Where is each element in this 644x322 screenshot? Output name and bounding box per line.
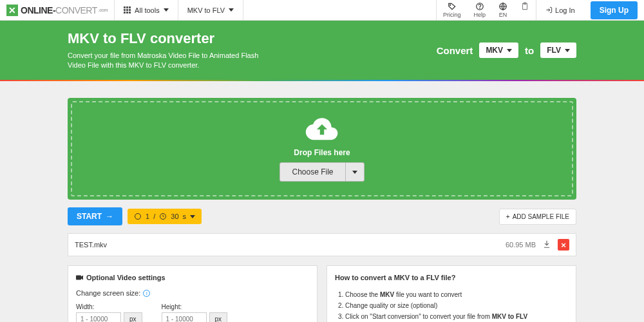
file-size: 60.95 MB (506, 241, 536, 249)
settings-title: Optional Video settings (76, 274, 309, 281)
choose-file-dropdown[interactable] (346, 163, 364, 181)
chevron-down-icon (507, 49, 512, 52)
top-header: ✕ ONLINE-CONVERT.com All tools MKV to FL… (0, 0, 644, 21)
login-label: Log In (555, 6, 575, 14)
logo-icon: ✕ (6, 5, 18, 16)
file-name: TEST.mkv (75, 241, 506, 249)
header-right: Pricing Help EN Log In Sign Up (436, 0, 644, 21)
screen-size-text: Change screen size: (76, 289, 140, 297)
clock-icon (159, 213, 167, 220)
cloud-upload-icon (305, 116, 339, 143)
credits-sep: / (153, 213, 155, 220)
chevron-down-icon (565, 49, 570, 52)
pricing-button[interactable]: Pricing (437, 0, 468, 21)
arrow-right-icon: → (106, 212, 113, 221)
dimensions: Width: px Height: px (76, 303, 309, 322)
clipboard-button[interactable] (514, 0, 536, 21)
clipboard-icon (520, 2, 529, 11)
all-tools-button[interactable]: All tools (115, 0, 178, 21)
height-label: Height: (162, 303, 228, 310)
svg-point-0 (450, 5, 450, 5)
breadcrumb-label: MKV to FLV (187, 6, 225, 14)
from-format-value: MKV (486, 46, 503, 55)
format-selector: Convert MKV to FLV (437, 43, 576, 58)
language-button[interactable]: EN (492, 0, 514, 21)
convert-label: Convert (437, 45, 473, 56)
choose-file-button[interactable]: Choose File (279, 162, 364, 182)
svg-point-6 (135, 214, 141, 220)
width-label: Width: (76, 303, 142, 310)
height-input[interactable] (162, 312, 207, 322)
all-tools-label: All tools (135, 6, 160, 14)
grid-icon (124, 6, 131, 14)
chevron-down-icon (190, 215, 195, 218)
logo-sup: .com (99, 8, 108, 12)
login-icon (545, 6, 553, 14)
logo[interactable]: ✕ ONLINE-CONVERT.com (0, 5, 114, 16)
credits-button[interactable]: 1 / 30 s (128, 209, 202, 224)
help-button[interactable]: Help (468, 0, 493, 21)
howto-panel: How to convert a MKV to a FLV file? Choo… (327, 265, 576, 322)
to-format-select[interactable]: FLV (540, 43, 576, 58)
add-sample-label: ADD SAMPLE FILE (513, 213, 569, 220)
separator (243, 0, 243, 21)
height-field: Height: px (162, 303, 228, 322)
logo-brand: ONLINE- (21, 5, 55, 15)
svg-rect-8 (76, 276, 81, 280)
from-format-select[interactable]: MKV (479, 43, 518, 58)
pricing-label: Pricing (443, 12, 461, 18)
to-format-value: FLV (547, 46, 561, 55)
signup-button[interactable]: Sign Up (591, 1, 638, 19)
howto-step: Change quality or size (optional) (345, 300, 568, 311)
help-icon (475, 2, 484, 11)
action-bar: START → 1 / 30 s + ADD SAMPLE FILE (68, 207, 576, 225)
choose-file-label: Choose File (280, 163, 345, 181)
width-input[interactable] (76, 312, 121, 322)
page-title: MKV to FLV converter (68, 30, 261, 47)
video-icon (76, 274, 84, 281)
to-label: to (525, 45, 534, 56)
signup-label: Sign Up (600, 6, 629, 15)
add-sample-button[interactable]: + ADD SAMPLE FILE (499, 209, 576, 225)
language-label: EN (499, 12, 507, 18)
chevron-down-icon (352, 171, 357, 174)
close-icon: × (561, 240, 566, 250)
drop-text: Drop Files here (294, 148, 350, 157)
download-icon (542, 240, 551, 249)
howto-step: Choose the MKV file you want to convert (345, 289, 568, 300)
clipboard-label (524, 12, 526, 18)
page-subtitle: Convert your file from Matroska Video Fi… (68, 51, 261, 71)
howto-title: How to convert a MKV to a FLV file? (335, 274, 568, 281)
svg-point-2 (480, 8, 480, 9)
breadcrumb-button[interactable]: MKV to FLV (178, 0, 243, 21)
start-label: START (77, 212, 102, 221)
credits-unit: s (183, 213, 187, 220)
start-button[interactable]: START → (68, 207, 122, 225)
globe-icon (498, 2, 507, 11)
height-unit: px (209, 312, 228, 322)
chevron-down-icon (229, 8, 234, 12)
main-container: Drop Files here Choose File START → 1 / … (68, 81, 576, 322)
credits-count: 1 (146, 213, 149, 220)
drop-zone[interactable]: Drop Files here Choose File (68, 98, 576, 200)
info-icon[interactable]: i (143, 290, 150, 297)
width-unit: px (124, 312, 142, 322)
hero-banner: MKV to FLV converter Convert your file f… (0, 21, 644, 80)
settings-panel: Optional Video settings Change screen si… (68, 265, 317, 322)
coin-icon (134, 213, 142, 220)
tag-icon (448, 2, 457, 11)
chevron-down-icon (164, 8, 169, 12)
width-field: Width: px (76, 303, 142, 322)
howto-step: Click on "Start conversion" to convert y… (345, 311, 568, 322)
download-file-button[interactable] (542, 240, 551, 250)
screen-size-label: Change screen size: i (76, 289, 309, 297)
credits-time: 30 (171, 213, 178, 220)
login-button[interactable]: Log In (536, 6, 584, 14)
hero-text: MKV to FLV converter Convert your file f… (68, 30, 261, 71)
plus-icon: + (506, 213, 510, 220)
settings-title-text: Optional Video settings (86, 274, 166, 281)
help-label: Help (474, 12, 486, 18)
delete-file-button[interactable]: × (558, 239, 569, 251)
logo-action: CONVERT (55, 5, 97, 15)
panels: Optional Video settings Change screen si… (68, 265, 576, 322)
